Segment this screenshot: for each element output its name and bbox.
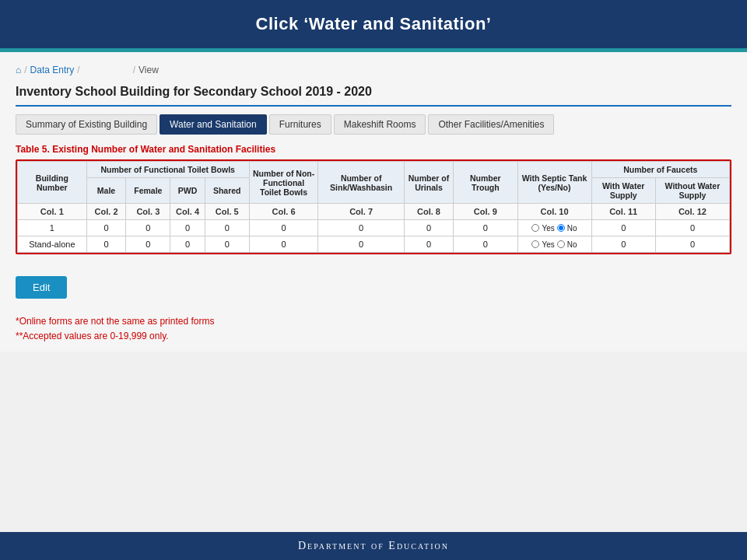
main-content: ⌂ / Data Entry / / View Inventory School…	[0, 52, 747, 352]
row2-septic-no-radio[interactable]	[557, 240, 565, 248]
row1-male: 0	[86, 220, 126, 236]
col-2-label: Col. 2	[86, 204, 126, 220]
th-male: Male	[86, 178, 126, 204]
tab-furnitures[interactable]: Furnitures	[269, 114, 331, 135]
breadcrumb-sep1: /	[24, 65, 26, 75]
col-8-label: Col. 8	[404, 204, 453, 220]
data-table: Building Number Number of Functional Toi…	[17, 161, 730, 253]
row2-septic: Yes No	[517, 236, 591, 253]
tab-other[interactable]: Other Facilities/Amenities	[428, 114, 554, 135]
page-title: Inventory School Building for Secondary …	[16, 85, 731, 107]
row2-male: 0	[86, 236, 126, 253]
page-header: Click ‘Water and Sanitation’	[0, 0, 747, 48]
edit-section: Edit	[16, 267, 731, 306]
breadcrumb-home[interactable]: ⌂	[16, 65, 21, 75]
th-female: Female	[126, 178, 170, 204]
row1-septic-no-radio[interactable]	[557, 224, 565, 232]
breadcrumb-sep3: /	[133, 65, 135, 75]
breadcrumb: ⌂ / Data Entry / / View	[16, 60, 731, 80]
row1-without-water: 0	[655, 220, 729, 236]
col-12-label: Col. 12	[655, 204, 729, 220]
row1-building: 1	[18, 220, 87, 236]
edit-button[interactable]: Edit	[16, 276, 67, 299]
row1-with-water: 0	[591, 220, 655, 236]
notes-section: *Online forms are not the same as printe…	[16, 314, 731, 344]
col-9-label: Col. 9	[454, 204, 517, 220]
row1-septic-yes-radio[interactable]	[531, 224, 539, 232]
row1-no-label: No	[567, 224, 577, 233]
row1-septic: Yes No	[517, 220, 591, 236]
table-row: Stand-alone 0 0 0 0 0 0 0 0 Yes No	[18, 236, 730, 253]
th-building-number: Building Number	[18, 162, 87, 204]
row1-yes-label: Yes	[542, 224, 554, 233]
th-sink: Number of Sink/Washbasin	[318, 162, 404, 204]
row1-pwd: 0	[170, 220, 205, 236]
row2-shared: 0	[205, 236, 249, 253]
col-11-label: Col. 11	[591, 204, 655, 220]
th-shared: Shared	[205, 178, 249, 204]
th-urinals: Number of Urinals	[404, 162, 453, 204]
page-footer: Department of Education	[0, 532, 747, 560]
breadcrumb-data-entry[interactable]: Data Entry	[30, 65, 75, 75]
table-section-title: Table 5. Existing Number of Water and Sa…	[16, 144, 731, 155]
row2-urinals: 0	[404, 236, 453, 253]
breadcrumb-blank	[83, 65, 130, 75]
breadcrumb-sep2: /	[77, 65, 79, 75]
col-5-label: Col. 5	[205, 204, 249, 220]
col-label-row: Col. 1 Col. 2 Col. 3 Col. 4 Col. 5 Col. …	[18, 204, 730, 220]
row1-urinals: 0	[404, 220, 453, 236]
col-3-label: Col. 3	[126, 204, 170, 220]
row2-urinal-trough: 0	[454, 236, 517, 253]
th-without-water: Without Water Supply	[655, 178, 729, 204]
row2-non-functional: 0	[249, 236, 318, 253]
row2-pwd: 0	[170, 236, 205, 253]
th-faucets: Number of Faucets	[591, 162, 729, 178]
row1-septic-group: Yes No	[521, 224, 589, 233]
breadcrumb-view: View	[139, 65, 159, 75]
tab-bar: Summary of Existing Building Water and S…	[16, 114, 731, 135]
tab-makeshift[interactable]: Makeshift Rooms	[334, 114, 426, 135]
th-pwd: PWD	[170, 178, 205, 204]
row2-building: Stand-alone	[18, 236, 87, 253]
row2-female: 0	[126, 236, 170, 253]
row1-female: 0	[126, 220, 170, 236]
note-1: *Online forms are not the same as printe…	[16, 314, 731, 329]
footer-text: Department of Education	[298, 540, 449, 551]
data-table-wrapper: Building Number Number of Functional Toi…	[16, 159, 731, 254]
col-4-label: Col. 4	[170, 204, 205, 220]
tab-water-sanitation[interactable]: Water and Sanitation	[160, 114, 267, 135]
th-with-water: With Water Supply	[591, 178, 655, 204]
row2-without-water: 0	[655, 236, 729, 253]
row1-shared: 0	[205, 220, 249, 236]
th-urinal-trough: Number Trough	[454, 162, 517, 204]
row2-no-label: No	[567, 240, 577, 249]
col-7-label: Col. 7	[318, 204, 404, 220]
header-title: Click ‘Water and Sanitation’	[256, 14, 492, 33]
row1-urinal-trough: 0	[454, 220, 517, 236]
row1-non-functional: 0	[249, 220, 318, 236]
col-10-label: Col. 10	[517, 204, 591, 220]
table-row: 1 0 0 0 0 0 0 0 0 Yes No	[18, 220, 730, 236]
th-septic: With Septic Tank (Yes/No)	[517, 162, 591, 204]
row1-sink: 0	[318, 220, 404, 236]
note-2: **Accepted values are 0-19,999 only.	[16, 329, 731, 344]
row2-septic-yes-radio[interactable]	[531, 240, 539, 248]
row2-septic-group: Yes No	[521, 240, 589, 249]
row2-with-water: 0	[591, 236, 655, 253]
tab-summary[interactable]: Summary of Existing Building	[16, 114, 157, 135]
col-1-label: Col. 1	[18, 204, 87, 220]
th-functional-toilet: Number of Functional Toilet Bowls	[86, 162, 249, 178]
col-6-label: Col. 6	[249, 204, 318, 220]
row2-sink: 0	[318, 236, 404, 253]
row2-yes-label: Yes	[542, 240, 554, 249]
th-non-functional: Number of Non-Functional Toilet Bowls	[249, 162, 318, 204]
